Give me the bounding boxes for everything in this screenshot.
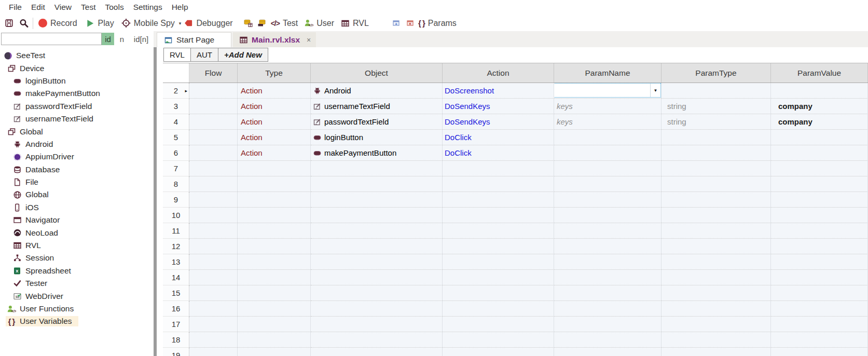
play-button[interactable]: Play bbox=[86, 19, 114, 28]
menu-item-file[interactable]: File bbox=[4, 3, 26, 12]
cell-type[interactable] bbox=[238, 270, 311, 285]
cell-action[interactable]: DoClick bbox=[443, 130, 554, 145]
cell-object[interactable] bbox=[311, 301, 443, 317]
cell-flow[interactable] bbox=[189, 332, 238, 348]
cell-param-type[interactable] bbox=[662, 130, 771, 145]
row-number[interactable]: 8 bbox=[163, 176, 189, 192]
cell-param-type[interactable] bbox=[662, 270, 771, 285]
cell-flow[interactable] bbox=[189, 145, 238, 161]
sidebar-item-user-variables[interactable]: { }User Variables bbox=[0, 315, 154, 327]
paramname-combobox[interactable]: ▼ bbox=[554, 83, 661, 98]
cell-param-value[interactable] bbox=[771, 254, 868, 270]
cell-type[interactable]: Action bbox=[238, 99, 311, 114]
cell-object[interactable] bbox=[311, 208, 443, 223]
cell-param-name[interactable] bbox=[554, 285, 662, 301]
record-button[interactable]: Record bbox=[38, 19, 77, 28]
sidebar-item-makepaymentbutton[interactable]: makePaymentButton bbox=[0, 87, 154, 100]
cell-param-name[interactable] bbox=[554, 270, 662, 285]
row-number[interactable]: 13 bbox=[163, 254, 189, 270]
sidebar-item-user-functions[interactable]: </>User Functions bbox=[0, 303, 154, 315]
cell-param-name[interactable] bbox=[554, 254, 662, 270]
menu-item-test[interactable]: Test bbox=[76, 3, 100, 12]
sheet-tab-aut[interactable]: AUT bbox=[191, 48, 218, 62]
row-number[interactable]: 14 bbox=[163, 270, 189, 285]
column-header-paramtype[interactable]: ParamType bbox=[662, 63, 771, 83]
column-header-paramname[interactable]: ParamName bbox=[554, 63, 662, 83]
add-window-icon[interactable]: + bbox=[392, 19, 401, 28]
cell-flow[interactable] bbox=[189, 254, 238, 270]
cell-param-value[interactable] bbox=[771, 192, 868, 208]
cell-param-value[interactable] bbox=[771, 130, 868, 145]
cell-flow[interactable] bbox=[189, 114, 238, 130]
column-header-flow[interactable]: Flow bbox=[189, 63, 238, 83]
cell-object[interactable] bbox=[311, 223, 443, 239]
cell-param-value[interactable] bbox=[771, 208, 868, 223]
cell-action[interactable] bbox=[443, 317, 554, 332]
test-code-button[interactable]: </> Test bbox=[271, 19, 298, 28]
cell-type[interactable] bbox=[238, 208, 311, 223]
cell-param-type[interactable] bbox=[662, 317, 771, 332]
menu-item-settings[interactable]: Settings bbox=[129, 3, 167, 12]
debugger-button[interactable]: Debugger bbox=[184, 19, 232, 28]
close-icon[interactable]: × bbox=[307, 36, 311, 44]
cell-object[interactable] bbox=[311, 317, 443, 332]
cell-object[interactable] bbox=[311, 161, 443, 176]
combobox-dropdown-button[interactable]: ▼ bbox=[650, 84, 660, 97]
sidebar-item-session[interactable]: Session bbox=[0, 252, 154, 264]
menu-item-view[interactable]: View bbox=[50, 3, 76, 12]
cell-object[interactable] bbox=[311, 332, 443, 348]
cell-type[interactable]: Action bbox=[238, 145, 311, 161]
sidebar-item-passwordtextfield[interactable]: passwordTextField bbox=[0, 100, 154, 113]
column-header-type[interactable]: Type bbox=[238, 63, 311, 83]
cell-param-type[interactable] bbox=[662, 301, 771, 317]
sidebar-item-database[interactable]: Database bbox=[0, 163, 154, 176]
cell-object[interactable] bbox=[311, 176, 443, 192]
cell-param-type[interactable] bbox=[662, 239, 771, 254]
cell-type[interactable] bbox=[238, 254, 311, 270]
cell-object[interactable]: passwordTextField bbox=[311, 114, 443, 130]
cell-param-value[interactable] bbox=[771, 161, 868, 176]
cell-object[interactable] bbox=[311, 285, 443, 301]
cell-flow[interactable] bbox=[189, 208, 238, 223]
cell-param-value[interactable] bbox=[771, 348, 868, 356]
row-number[interactable]: 12 bbox=[163, 239, 189, 254]
row-number[interactable]: 2▸ bbox=[163, 83, 189, 99]
cell-flow[interactable] bbox=[189, 83, 238, 99]
cell-param-type[interactable] bbox=[662, 208, 771, 223]
cell-action[interactable]: DoSendKeys bbox=[443, 114, 554, 130]
cell-param-value[interactable] bbox=[771, 223, 868, 239]
locator-mode-n-button[interactable]: n bbox=[116, 33, 128, 45]
cell-param-name[interactable] bbox=[554, 239, 662, 254]
cell-param-name[interactable] bbox=[554, 332, 662, 348]
cell-action[interactable] bbox=[443, 332, 554, 348]
cell-flow[interactable] bbox=[189, 130, 238, 145]
row-number[interactable]: 10 bbox=[163, 208, 189, 223]
cell-object[interactable] bbox=[311, 239, 443, 254]
cell-object[interactable]: loginButton bbox=[311, 130, 443, 145]
sheet-tab--add-new[interactable]: +Add New bbox=[218, 48, 268, 62]
row-number[interactable]: 3 bbox=[163, 99, 189, 114]
sidebar-item-loginbutton[interactable]: loginButton bbox=[0, 75, 154, 87]
cell-flow[interactable] bbox=[189, 317, 238, 332]
cell-param-type[interactable] bbox=[662, 254, 771, 270]
cell-param-type[interactable] bbox=[662, 285, 771, 301]
row-number[interactable]: 11 bbox=[163, 223, 189, 239]
cell-param-value[interactable] bbox=[771, 285, 868, 301]
cell-action[interactable]: DoSendKeys bbox=[443, 99, 554, 114]
cell-param-name[interactable] bbox=[554, 145, 662, 161]
cell-object[interactable] bbox=[311, 254, 443, 270]
row-number[interactable]: 17 bbox=[163, 317, 189, 332]
cell-param-value[interactable] bbox=[771, 332, 868, 348]
cell-flow[interactable] bbox=[189, 192, 238, 208]
sidebar-item-global[interactable]: Global bbox=[0, 188, 154, 201]
sidebar-item-navigator[interactable]: Navigator bbox=[0, 214, 154, 226]
cell-param-name[interactable]: keys bbox=[554, 114, 662, 130]
cell-type[interactable] bbox=[238, 348, 311, 356]
row-number[interactable]: 9 bbox=[163, 192, 189, 208]
cell-type[interactable] bbox=[238, 176, 311, 192]
grid-corner-cell[interactable] bbox=[163, 63, 189, 83]
cell-object[interactable] bbox=[311, 270, 443, 285]
cell-param-value[interactable] bbox=[771, 270, 868, 285]
sidebar-item-neoload[interactable]: NeoLoad bbox=[0, 226, 154, 239]
cell-object[interactable]: makePaymentButton bbox=[311, 145, 443, 161]
